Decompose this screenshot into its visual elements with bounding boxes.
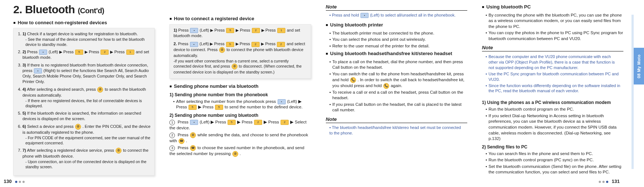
sec-bt-pc: Using bluetooth PC (482, 4, 623, 10)
txt: to send the number to the defined device… (225, 105, 303, 109)
sub1-title: 1) Sending phone number from the phonebo… (169, 92, 311, 98)
step-text: ▶ Press (236, 28, 251, 32)
txt: ▶ Press (237, 120, 254, 124)
steps-box: 1) Check if a target device is waiting f… (13, 28, 155, 176)
step-sub: - See the manual of the device concerned… (22, 37, 151, 47)
nav-key-icon: • (39, 50, 47, 55)
ok-key-icon: ⦿ (190, 132, 196, 138)
key1-icon: 1 (126, 50, 134, 55)
dots-icon (14, 178, 25, 185)
list-item: You can select the photos and print out … (330, 37, 467, 43)
step-6: 6) Select a device and press ⦿ . Enter t… (22, 124, 151, 145)
sec-bt-printer: Using bluetooth printer (326, 22, 467, 28)
list-item: To place a call on the headset, dial the… (330, 59, 467, 71)
note-header: Note (326, 4, 467, 11)
key5-icon: 5 (189, 105, 197, 110)
step-text: After selecting a registered device serv… (27, 148, 115, 152)
key5-icon: 5 (226, 42, 234, 47)
txt: again. (391, 83, 402, 88)
dots-icon (598, 178, 609, 185)
step-text: (Left) ▶ Press (200, 42, 226, 46)
list-item: You can copy the photos in the phone to … (486, 30, 623, 42)
circled-2-icon: 2 (169, 133, 175, 138)
key5-icon: 5 (226, 28, 234, 33)
txt: (Left) ▶ Press (200, 120, 227, 124)
txt: Press (177, 120, 190, 124)
page-title: 2. Bluetooth (Cont'd) (13, 2, 155, 17)
nav-key-icon: • (360, 13, 369, 18)
step-7: 7) After selecting a registered device s… (22, 148, 151, 169)
printer-list: The bluetooth printer must be connected … (326, 30, 467, 49)
step-sub: - Upon connection, an icon of the connec… (22, 159, 151, 169)
list-item: If you select Dial-up Networking in Acce… (486, 113, 623, 142)
key2-icon: 2 (254, 120, 262, 125)
ok-key-icon: ⦿ (219, 47, 225, 53)
list-item: Set the bluetooth communication (Send fi… (486, 164, 623, 175)
key5-icon: 5 (228, 120, 236, 125)
txt: Press (177, 145, 190, 150)
ok-key-icon: ⦿ (232, 64, 237, 69)
txt: After selecting the number from the phon… (176, 99, 277, 104)
title-main: Bluetooth (25, 3, 75, 15)
title-contd: (Cont'd) (78, 7, 104, 15)
side-accent-bar (631, 15, 634, 169)
page-number-right: 131 (597, 178, 620, 185)
list-item: You can switch the call to the phone fro… (330, 71, 467, 89)
step-text: ▶ Press (261, 42, 277, 46)
nav-key-icon: • (190, 28, 198, 33)
key2-icon: 2 (281, 120, 289, 125)
circled-1-icon: 1 (169, 120, 175, 125)
step-text: If the bluetooth device is searched, the… (22, 111, 141, 121)
list-item: Run the bluetooth control program on the… (486, 107, 623, 112)
ok-key-icon: ⦿ (116, 148, 122, 154)
key1-icon: 1 (277, 28, 285, 33)
step-text: Check if a target device is waiting for … (27, 32, 138, 36)
step-text: ▶ Press (236, 42, 251, 46)
step-5: 5) If the bluetooth device is searched, … (22, 111, 151, 122)
step: 1) Press • (Left) ▶ Press 5 ▶ Press 2 ▶ … (173, 28, 307, 39)
phonebook-icon: ☎ (190, 145, 196, 151)
sec-title-text: Sending phone number via bluetooth (174, 83, 258, 90)
key5-icon: 5 (75, 50, 83, 55)
section-tab: 08 My Moto (634, 48, 644, 84)
key2-icon: 2 (251, 42, 260, 47)
page-spread: 2. Bluetooth (Cont'd) How to connect non… (0, 0, 644, 179)
ok-key-icon: ⦿ (97, 87, 103, 93)
step-text: Press (178, 28, 190, 32)
headset-list: To place a call on the headset, dial the… (326, 59, 467, 113)
column-2: How to connect a registered device 1) Pr… (169, 2, 311, 177)
nav-key-icon: • (190, 120, 198, 125)
sec-title-text: How to connect non-registered devices (18, 19, 107, 26)
circled-3-icon: 3 (169, 145, 175, 151)
ok-key-icon: ⦿ (232, 151, 238, 157)
steps-box: 1) Press • (Left) ▶ Press 5 ▶ Press 2 ▶ … (169, 24, 311, 79)
section-tab-label: 08 My Moto (636, 54, 642, 78)
list-item: To receive a call or end a call on the h… (330, 90, 467, 101)
step-text: Select a device and press (27, 124, 75, 129)
txt: 130 (4, 179, 12, 184)
step-sub: - If there are no registered devices, th… (22, 98, 151, 108)
step-text: Press (178, 42, 190, 46)
txt: . (186, 139, 187, 143)
page-number-left: 130 (4, 178, 27, 185)
list-item: Use the PC Sync program for bluetooth co… (486, 71, 620, 82)
step-2: 2) Press • (Left) ▶ Press 5 ▶ Press 2 ▶ … (22, 49, 151, 60)
txt: ▶ Press (264, 120, 280, 124)
modem-list: Run the bluetooth control program on the… (482, 107, 623, 141)
step-1: 1) Check if a target device is waiting f… (22, 31, 151, 47)
sub2-title: 2) Sending files to PC (482, 144, 623, 150)
list-item: Because the computer and the VU20 phone … (486, 54, 620, 71)
list-item: 3 Press ☎ to choose the saved number in … (169, 145, 311, 157)
sub1-list: After selecting the number from the phon… (169, 99, 311, 110)
sec-bt-headset: Using bluetooth headset/handsfree kit/st… (326, 50, 467, 57)
sub2-title: 2) Sending phone number using bluetooth (169, 112, 311, 118)
list-item: By connecting the phone with the bluetoo… (486, 12, 623, 30)
sub2-list: 1 Press • (Left) ▶ Press 5 ▶ Press 2 ▶ P… (169, 119, 311, 157)
step-text: After selecting a desired search, press (27, 87, 97, 91)
step-num: 1) (173, 28, 177, 32)
call-key-icon: 📞 (350, 77, 356, 83)
sec-title-text: Using bluetooth printer (330, 22, 383, 28)
step-text: ▶ Press (261, 28, 277, 32)
pc-list: By connecting the phone with the bluetoo… (482, 12, 623, 42)
step-text: ▶ Press (85, 50, 100, 54)
